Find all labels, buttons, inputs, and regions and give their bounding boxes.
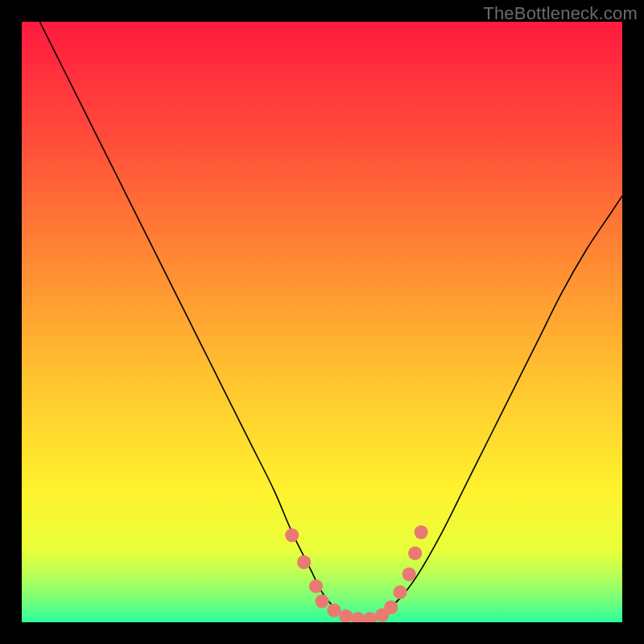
curve-marker [315,594,328,608]
watermark-text: TheBottleneck.com [483,3,638,24]
curve-marker [415,526,428,539]
curve-marker [297,555,311,569]
chart-container: TheBottleneck.com [0,0,644,644]
curve-marker [384,601,398,614]
gradient-background [22,22,622,622]
curve-marker [327,604,341,617]
curve-marker [402,568,416,581]
curve-marker [309,580,323,593]
curve-marker [408,547,422,560]
curve-marker [393,585,407,599]
bottleneck-plot [22,22,622,622]
curve-marker [285,528,299,542]
